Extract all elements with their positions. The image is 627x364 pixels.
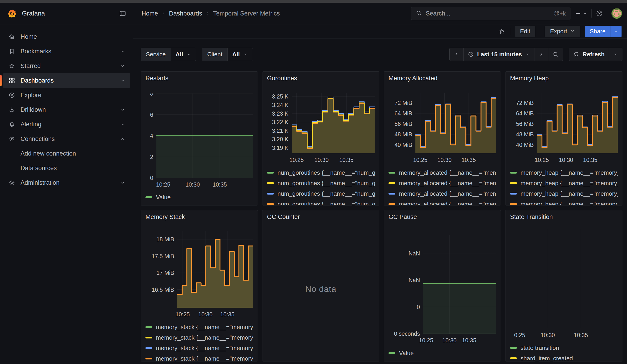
sidebar-item-label: Alerting — [20, 121, 42, 128]
chart-plot[interactable]: 3.19 K3.20 K3.21 K3.22 K3.23 K3.24 K3.25… — [267, 93, 375, 164]
search-input[interactable] — [426, 10, 550, 17]
legend-marker — [510, 182, 517, 184]
svg-text:3.19 K: 3.19 K — [272, 145, 289, 151]
legend-item[interactable]: memory_allocated {__name__="memo — [388, 178, 496, 188]
search-bar[interactable]: ⌘+k — [411, 7, 571, 20]
sidebar-item-administration[interactable]: Administration — [3, 175, 130, 190]
chart-plot[interactable]: 0:2510:3010:35 — [510, 229, 618, 339]
service-filter-label: Service — [141, 48, 171, 61]
search-shortcut: ⌘+k — [554, 10, 566, 17]
legend-item[interactable]: memory_stack {__name__="memory_s — [146, 353, 253, 362]
sidebar-item-bookmarks[interactable]: Bookmarks — [3, 44, 130, 59]
time-range-picker[interactable]: Last 15 minutes — [463, 48, 534, 61]
svg-text:3.20 K: 3.20 K — [272, 136, 289, 142]
legend: Value — [146, 192, 253, 203]
refresh-interval-button[interactable] — [609, 48, 622, 61]
sidebar-item-explore[interactable]: Explore — [3, 88, 130, 103]
legend-item[interactable]: num_goroutines {__name__="num_go — [267, 199, 375, 206]
service-filter-value[interactable]: All — [171, 48, 196, 61]
user-avatar[interactable] — [612, 8, 622, 19]
legend-item[interactable]: state transition — [510, 343, 618, 353]
chart-plot[interactable]: 16.5 MiB17 MiB17.5 MiB18 MiB10:2510:3010… — [146, 231, 254, 318]
legend-item[interactable]: memory_heap {__name__="memory_h — [510, 188, 618, 199]
legend-item[interactable]: memory_allocated {__name__="memo — [388, 167, 496, 178]
legend-item[interactable]: memory_heap {__name__="memory_h — [510, 178, 618, 188]
time-back-button[interactable] — [450, 48, 463, 61]
chart-memory-stack: 16.5 MiB17 MiB17.5 MiB18 MiB10:2510:3010… — [146, 220, 253, 318]
sidebar-toggle-icon[interactable] — [119, 10, 126, 17]
legend-item[interactable]: num_goroutines {__name__="num_go — [267, 188, 375, 199]
share-button[interactable]: Share — [585, 26, 611, 37]
add-button[interactable] — [575, 10, 587, 17]
panel-title[interactable]: GC Pause — [388, 213, 496, 220]
legend-item[interactable]: memory_allocated {__name__="memo — [388, 199, 496, 206]
nav-actions: ⌘+k — [411, 3, 627, 24]
favorite-star-icon[interactable] — [498, 28, 506, 35]
svg-text:NaN: NaN — [409, 250, 420, 257]
legend-label: num_goroutines {__name__="num_go — [277, 169, 375, 176]
legend-item[interactable]: num_goroutines {__name__="num_go — [267, 167, 375, 178]
breadcrumb-item[interactable]: Dashboards — [169, 10, 202, 17]
sidebar-item-home[interactable]: Home — [3, 29, 130, 44]
legend-marker — [146, 358, 152, 360]
legend-label: memory_allocated {__name__="memo — [399, 190, 496, 197]
legend-item[interactable]: memory_stack {__name__="memory_s — [146, 322, 253, 332]
sidebar-item-dashboards[interactable]: Dashboards — [3, 73, 130, 88]
sidebar-item-starred[interactable]: Starred — [3, 59, 130, 73]
panel-title[interactable]: State Transition — [510, 213, 618, 220]
svg-text:10:30: 10:30 — [198, 311, 213, 317]
svg-text:17 MiB: 17 MiB — [157, 270, 174, 276]
legend-marker — [146, 196, 152, 198]
sidebar-item-data-sources[interactable]: Data sources — [3, 161, 130, 175]
help-icon[interactable] — [596, 10, 603, 17]
panel-title[interactable]: Restarts — [146, 75, 253, 82]
edit-button[interactable]: Edit — [515, 26, 536, 37]
legend-marker — [510, 357, 517, 359]
svg-text:64 MiB: 64 MiB — [394, 110, 412, 116]
divider — [510, 28, 510, 35]
sidebar-item-label: Drilldown — [20, 106, 46, 113]
svg-text:10:25: 10:25 — [176, 311, 190, 317]
sidebar-item-connections[interactable]: Connections — [3, 132, 130, 146]
share-menu-button[interactable] — [611, 26, 622, 37]
client-filter-value[interactable]: All — [228, 48, 252, 61]
legend-item[interactable]: Value — [388, 348, 496, 358]
time-forward-button[interactable] — [534, 48, 548, 61]
panel-title[interactable]: Memory Allocated — [388, 75, 496, 82]
chart-plot[interactable]: 40 MiB48 MiB56 MiB64 MiB72 MiB10:2510:30… — [388, 93, 497, 164]
legend-item[interactable]: memory_stack {__name__="memory_s — [146, 332, 253, 343]
svg-text:10:25: 10:25 — [413, 157, 427, 163]
legend-item[interactable]: memory_heap {__name__="memory_h — [510, 167, 618, 178]
panel-title[interactable]: Goroutines — [267, 75, 375, 82]
export-button[interactable]: Export — [545, 26, 580, 37]
legend: num_goroutines {__name__="num_gonum_goro… — [267, 167, 375, 206]
legend-item[interactable]: memory_stack {__name__="memory_s — [146, 343, 253, 353]
chart-plot[interactable]: 0246810:2510:3010:35 — [146, 94, 254, 188]
grafana-logo[interactable] — [7, 8, 17, 19]
time-zoom-out-button[interactable] — [548, 48, 563, 61]
legend-item[interactable]: Value — [146, 192, 253, 203]
panel-title[interactable]: Memory Stack — [146, 213, 253, 220]
legend-item[interactable]: shard_item_created — [510, 353, 618, 362]
svg-text:8: 8 — [150, 94, 153, 97]
legend-item[interactable]: memory_allocated {__name__="memo — [388, 188, 496, 199]
legend-item[interactable]: num_goroutines {__name__="num_go — [267, 178, 375, 188]
chart-plot[interactable]: 40 MiB48 MiB56 MiB64 MiB72 MiB10:2510:30… — [510, 93, 618, 164]
breadcrumb-item: Temporal Server Metrics — [213, 10, 280, 17]
legend-marker — [510, 347, 517, 349]
legend-item[interactable]: memory_heap {__name__="memory_h — [510, 199, 618, 206]
svg-text:56 MiB: 56 MiB — [516, 121, 534, 127]
chart-plot[interactable]: 0 seconds0NaNNaN10:2510:3010:35 — [388, 235, 497, 344]
svg-text:10:35: 10:35 — [583, 157, 597, 163]
breadcrumb-item[interactable]: Home — [142, 10, 158, 17]
sidebar-item-drilldown[interactable]: Drilldown — [3, 103, 130, 117]
legend-marker — [267, 172, 274, 174]
panel-title[interactable]: GC Counter — [267, 213, 375, 220]
sidebar-item-add-new-connection[interactable]: Add new connection — [3, 146, 130, 161]
panel-title[interactable]: Memory Heap — [510, 75, 618, 82]
bell-icon — [3, 121, 20, 128]
sidebar-item-alerting[interactable]: Alerting — [3, 117, 130, 132]
refresh-button[interactable]: Refresh — [569, 48, 609, 61]
svg-text:10:30: 10:30 — [314, 157, 329, 163]
legend-label: num_goroutines {__name__="num_go — [277, 180, 375, 187]
